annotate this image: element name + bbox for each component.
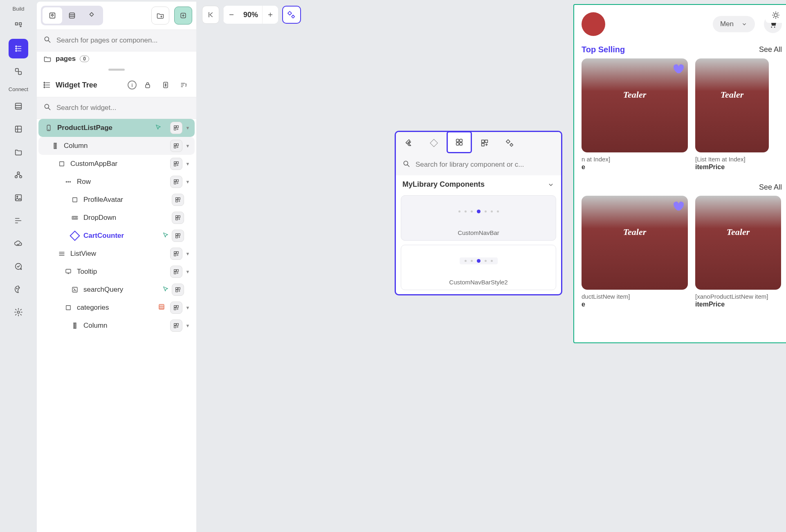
lock-button[interactable] [141,78,155,92]
tree-add-button[interactable] [170,176,182,188]
database-button[interactable] [9,96,28,116]
media-button[interactable] [9,188,28,208]
zoom-in-button[interactable] [262,6,278,24]
zoom-out-button[interactable] [223,6,239,24]
magic-button[interactable] [282,6,301,24]
theme-toggle[interactable] [766,7,786,23]
tree-add-button[interactable] [172,212,184,224]
svg-rect-123 [456,143,459,145]
widgets-button[interactable] [9,16,28,36]
tree-add-button[interactable] [170,122,182,134]
svg-point-39 [44,85,45,86]
svg-rect-81 [176,236,178,238]
popup-tab-custom[interactable] [497,132,523,154]
tree-item[interactable]: CustomAppBar▼ [38,155,195,173]
chevron-down-icon[interactable]: ▼ [184,305,191,310]
tree-item[interactable]: Column▼ [38,137,195,155]
popup-search-input[interactable] [415,161,555,169]
tree-item[interactable]: Row▼ [38,173,195,191]
pages-button[interactable] [9,39,28,58]
chevron-down-icon[interactable]: ▼ [184,179,191,184]
svg-rect-58 [177,144,179,146]
avatar[interactable] [582,12,605,36]
popup-tab-templates[interactable] [421,132,447,154]
tree-item[interactable]: categories▼ [38,299,195,317]
tree-add-button[interactable] [170,320,182,332]
tree-add-button[interactable] [170,140,182,152]
chevron-down-icon[interactable]: ▼ [184,251,191,256]
info-icon[interactable]: i [128,80,137,89]
tree-add-button[interactable] [170,302,182,314]
cursor-icon [155,123,162,132]
tree-item[interactable]: ListView▼ [38,245,195,263]
search-icon [43,103,52,113]
cloud-button[interactable] [9,234,28,253]
component-item[interactable]: CustomNavBarStyle2 [401,245,556,290]
align-button[interactable] [9,211,28,230]
row-icon [64,178,73,186]
category-dropdown[interactable]: Men [713,16,755,32]
datatypes-button[interactable] [9,119,28,139]
sort-button[interactable] [177,78,191,92]
svg-rect-55 [54,143,55,149]
tree-item[interactable]: Tooltip▼ [38,263,195,281]
tree-add-button[interactable] [172,194,184,206]
tree-add-button[interactable] [172,230,184,242]
column-icon [70,322,79,329]
api-button[interactable] [9,165,28,185]
tree-item[interactable]: ProfileAvatar [38,191,195,209]
svg-point-65 [68,181,69,182]
heart-icon[interactable] [671,63,684,75]
page-search-input[interactable] [56,36,190,45]
svg-rect-61 [174,162,176,164]
mode-library[interactable] [82,7,101,24]
svg-rect-124 [460,143,462,145]
theme-button[interactable] [9,279,28,299]
svg-rect-57 [174,144,176,146]
mode-components[interactable] [43,7,62,24]
product-card[interactable]: Tealer [List Item at Index] itemPrice [695,58,769,171]
see-all-link[interactable]: See All [759,183,782,192]
chevron-down-icon[interactable]: ▼ [184,161,191,166]
widget-search-input[interactable] [56,104,190,112]
product-card[interactable]: Tealer ductListNew item] e [582,196,688,308]
chevron-down-icon[interactable]: ▼ [184,143,191,148]
folder-button[interactable] [9,142,28,162]
expand-button[interactable] [159,78,173,92]
see-all-link[interactable]: See All [759,45,782,54]
toolbar-back-button[interactable] [202,6,219,24]
chevron-down-icon[interactable]: ▼ [184,323,191,328]
svg-rect-63 [174,164,176,166]
settings-button[interactable] [9,302,28,322]
tree-item[interactable]: Column▼ [38,317,195,335]
product-card[interactable]: Tealer n at Index] e [582,58,688,171]
svg-rect-56 [56,143,56,149]
tasks-button[interactable] [9,257,28,276]
tree-item[interactable]: CartCounter [38,227,195,245]
chevron-down-icon[interactable]: ▼ [184,125,191,130]
popup-section-header[interactable]: MyLibrary Components [396,175,561,194]
dropdown-icon: DROP [70,215,79,220]
product-card[interactable]: Tealer [xanoProductListNew item] itemPri… [695,196,781,308]
mode-templates[interactable] [62,7,82,24]
popup-tab-components[interactable] [447,131,472,153]
chevron-down-icon[interactable]: ▼ [184,269,191,274]
tree-page-root[interactable]: ProductListPage ▼ [38,119,195,137]
tree-add-button[interactable] [170,266,182,278]
components-button[interactable] [9,62,28,81]
tree-item[interactable]: DROPDropDown [38,209,195,227]
new-folder-button[interactable] [151,7,169,25]
heart-icon[interactable] [671,200,684,212]
tree-add-button[interactable] [170,248,182,260]
tree-item[interactable]: searchQuery [38,281,195,299]
component-item[interactable]: CustomNavBar [401,195,556,241]
pages-folder[interactable]: pages 0 [37,51,196,66]
popup-tab-add[interactable] [472,132,497,154]
tree-add-button[interactable] [170,158,182,170]
build-label: Build [13,6,25,12]
panel-divider[interactable] [37,69,196,71]
tree-add-button[interactable] [172,284,184,296]
add-page-button[interactable] [174,7,192,25]
popup-tab-flutter[interactable] [396,132,421,154]
svg-rect-95 [176,290,178,292]
